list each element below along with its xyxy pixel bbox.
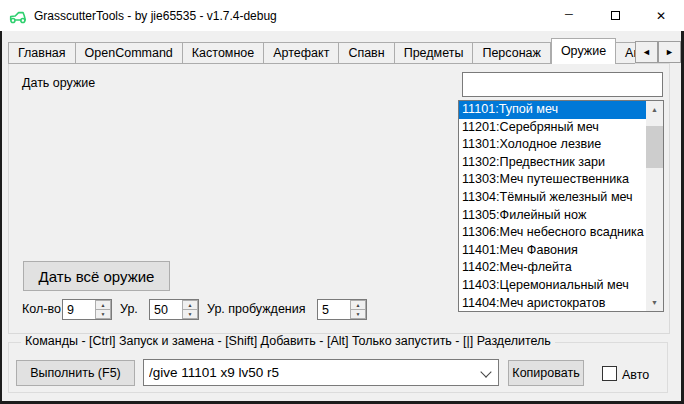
refinement-spin-buttons: ▲ ▼	[350, 300, 366, 319]
copy-command-button[interactable]: Копировать	[508, 360, 584, 386]
tab-opencommand[interactable]: OpenCommand	[76, 42, 183, 64]
give-all-weapons-button[interactable]: Дать всё оружие	[23, 261, 170, 291]
tab-predmety[interactable]: Предметы	[395, 42, 474, 64]
arrow-up-icon: ▲	[651, 106, 658, 113]
tab-akkaunt[interactable]: Аккаунт	[616, 42, 635, 64]
commands-legend: Команды - [Ctrl] Запуск и замена - [Shif…	[21, 334, 555, 348]
tab-spavn[interactable]: Спавн	[339, 42, 394, 64]
list-item[interactable]: 11101:Тупой меч	[459, 101, 646, 119]
list-item[interactable]: 11201:Серебряный меч	[459, 119, 646, 137]
list-item[interactable]: 11306:Меч небесного всадника	[459, 224, 646, 242]
minimize-icon: ─	[565, 8, 573, 20]
spin-down-icon[interactable]: ▼	[182, 309, 198, 319]
level-input[interactable]	[150, 300, 182, 319]
tab-kastomnoe[interactable]: Кастомное	[183, 42, 264, 64]
list-item[interactable]: 11403:Церемониальный меч	[459, 277, 646, 295]
maximize-icon	[611, 11, 620, 20]
auto-checkbox[interactable]	[602, 366, 617, 381]
scrollbar-up-button[interactable]: ▲	[646, 101, 663, 118]
tab-scroll-right-button[interactable]: ►	[658, 41, 681, 63]
arrow-left-icon: ◄	[642, 47, 651, 57]
quantity-input[interactable]	[63, 300, 95, 319]
refinement-input[interactable]	[318, 300, 350, 319]
list-item[interactable]: 11305:Филейный нож	[459, 207, 646, 225]
scrollbar-down-button[interactable]: ▼	[646, 294, 663, 311]
tab-artefakt[interactable]: Артефакт	[264, 42, 339, 64]
app-window: GrasscutterTools - by jie65535 - v1.7.4-…	[0, 0, 684, 404]
level-spin-buttons: ▲ ▼	[182, 300, 198, 319]
maximize-button[interactable]	[592, 0, 638, 31]
close-button[interactable]: ✕	[638, 0, 684, 31]
weapon-listbox: 11101:Тупой меч 11201:Серебряный меч 113…	[458, 100, 664, 312]
window-border-left	[0, 31, 2, 404]
window-title: GrasscutterTools - by jie65535 - v1.7.4-…	[34, 9, 277, 23]
close-icon: ✕	[656, 9, 666, 23]
list-item[interactable]: 11301:Холодное лезвие	[459, 136, 646, 154]
list-scrollbar[interactable]: ▲ ▼	[646, 101, 663, 311]
weapon-search-input[interactable]	[462, 72, 663, 97]
weapon-list: 11101:Тупой меч 11201:Серебряный меч 113…	[459, 101, 646, 311]
arrow-right-icon: ►	[665, 47, 674, 57]
list-item[interactable]: 11404:Меч аристократов	[459, 295, 646, 311]
tab-oruzhie[interactable]: Оружие	[551, 38, 616, 64]
minimize-button[interactable]: ─	[546, 0, 592, 31]
chevron-down-icon[interactable]	[480, 366, 491, 377]
arrow-down-icon: ▼	[651, 299, 658, 306]
quantity-stepper: ▲ ▼	[62, 299, 112, 320]
list-item[interactable]: 11402:Меч-флейта	[459, 259, 646, 277]
command-input[interactable]	[144, 360, 476, 385]
list-item[interactable]: 11303:Меч путешественника	[459, 171, 646, 189]
quantity-spin-buttons: ▲ ▼	[95, 300, 111, 319]
spin-down-icon[interactable]: ▼	[95, 309, 111, 319]
list-item[interactable]: 11302:Предвестник зари	[459, 154, 646, 172]
level-stepper: ▲ ▼	[149, 299, 199, 320]
run-command-button[interactable]: Выполнить (F5)	[16, 360, 135, 386]
tab-personazh[interactable]: Персонаж	[473, 42, 550, 64]
spin-down-icon[interactable]: ▼	[350, 309, 366, 319]
command-combobox	[143, 359, 499, 386]
tab-glavnaya[interactable]: Главная	[8, 42, 76, 64]
window-controls: ─ ✕	[546, 0, 684, 31]
scrollbar-thumb[interactable]	[646, 126, 663, 168]
list-item[interactable]: 11401:Меч Фавония	[459, 242, 646, 260]
tab-strip: Главная OpenCommand Кастомное Артефакт С…	[8, 38, 635, 64]
list-item[interactable]: 11304:Тёмный железный меч	[459, 189, 646, 207]
refinement-stepper: ▲ ▼	[317, 299, 367, 320]
title-bar[interactable]: GrasscutterTools - by jie65535 - v1.7.4-…	[0, 0, 684, 31]
app-logo-icon	[9, 7, 27, 25]
tab-scroll-left-button[interactable]: ◄	[635, 41, 658, 63]
